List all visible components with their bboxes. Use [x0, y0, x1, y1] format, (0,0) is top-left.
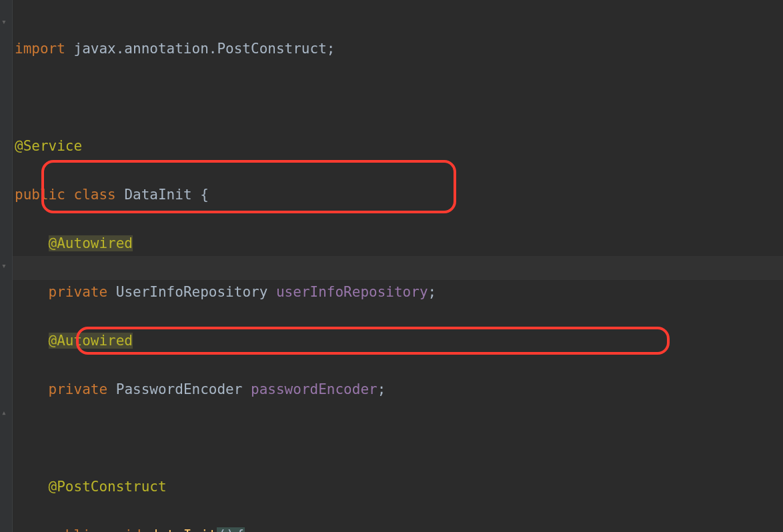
kw-public: public — [49, 527, 99, 533]
editor-gutter: ▾ ▾ ▴ — [0, 0, 13, 532]
kw-private: private — [49, 381, 108, 397]
fold-toggle-icon[interactable]: ▾ — [1, 17, 7, 26]
method-name: dataInit — [149, 527, 217, 533]
code-editor[interactable]: ▾ ▾ ▴ import javax.annotation.PostConstr… — [0, 0, 783, 532]
fold-toggle-icon[interactable]: ▴ — [1, 408, 7, 417]
kw-import: import — [15, 41, 65, 57]
kw-public: public — [15, 187, 65, 203]
ann-autowired: @Autowired — [49, 235, 133, 251]
ann-autowired: @Autowired — [49, 333, 133, 349]
ann-postconstruct: @PostConstruct — [49, 479, 167, 495]
import-pkg: javax.annotation. — [65, 41, 217, 57]
code-content[interactable]: import javax.annotation.PostConstruct; @… — [15, 12, 606, 532]
brace: { — [200, 187, 209, 203]
semi: ; — [428, 284, 437, 300]
class-name: DataInit — [124, 187, 200, 203]
fold-toggle-icon[interactable]: ▾ — [1, 261, 7, 270]
ann-service: @Service — [15, 138, 82, 154]
kw-void: void — [99, 527, 149, 533]
import-class: PostConstruct — [217, 41, 326, 57]
semi: ; — [327, 41, 335, 57]
kw-class: class — [65, 187, 125, 203]
type-passwordencoder: PasswordEncoder — [107, 381, 251, 397]
type-userinforepo: UserInfoRepository — [107, 284, 276, 300]
semi: ; — [377, 381, 386, 397]
paren-hl: () — [217, 527, 235, 533]
kw-private: private — [49, 284, 108, 300]
brace-open-hl: { — [235, 527, 245, 533]
field-userinforepo: userInfoRepository — [276, 284, 428, 300]
field-passwordencoder: passwordEncoder — [251, 381, 377, 397]
